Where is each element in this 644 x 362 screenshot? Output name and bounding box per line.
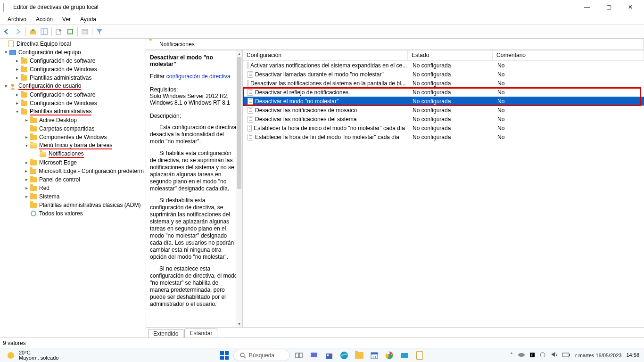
tree-pane[interactable]: Directiva Equipo local Configuración del… [0,39,146,337]
menu-accion[interactable]: Acción [31,15,58,24]
chat-button[interactable] [308,349,320,362]
export-button[interactable] [54,26,64,37]
notepad-button[interactable] [413,349,426,362]
onedrive-icon[interactable] [518,352,525,359]
scroll-down-icon[interactable]: ▼ [236,321,242,327]
menu-ayuda[interactable]: Ayuda [75,15,101,24]
tree-item[interactable]: Plantillas administrativas clásicas (ADM… [0,201,146,209]
tree-item[interactable]: Configuración de Windows [0,65,146,74]
tree-item[interactable]: Active Desktop [0,116,146,124]
tree-item[interactable]: Configuración de software [0,90,146,99]
start-button[interactable] [218,349,231,362]
policy-row[interactable]: Desactivar las notificaciones de mosaico… [243,106,644,115]
description-p1: Esta configuración de directiva desactiv… [150,124,239,145]
properties-button[interactable] [80,26,90,37]
back-button[interactable] [2,26,12,37]
svg-rect-0 [30,31,36,34]
weather-icon [6,350,16,361]
menu-ver[interactable]: Ver [58,15,75,24]
tree-item[interactable]: Configuración de software [0,57,146,65]
tab-estandar[interactable]: Estándar [184,329,217,337]
folder-icon [20,91,28,99]
tree-item[interactable]: Microsoft Edge [0,158,146,167]
volume-icon[interactable] [551,352,557,359]
filter-button[interactable] [94,26,105,37]
policy-state: No configurada [409,89,494,96]
edit-policy-link[interactable]: configuración de directiva [166,73,231,80]
show-hide-tree-button[interactable] [39,26,50,37]
tree-label: Componentes de Windows [39,134,107,140]
scrollbar[interactable]: ▲ ▼ [236,50,242,327]
folder-icon [20,108,28,115]
policy-row[interactable]: Desactivar las notificaciones del sistem… [243,115,644,123]
task-view-button[interactable] [293,349,305,362]
menu-archivo[interactable]: Archivo [3,15,31,24]
maximize-button[interactable]: ▢ [598,0,619,14]
tree-item[interactable]: Todos los valores [0,209,146,218]
tree-label: Configuración de software [30,91,95,98]
battery-icon[interactable] [562,352,570,359]
tree-item[interactable]: Plantillas administrativas [0,74,146,82]
svg-rect-21 [327,354,329,356]
network-icon[interactable] [539,352,546,359]
tree-item[interactable]: Microsoft Edge - Configuración predeterm [0,167,146,175]
tree-label: Todos los valores [39,210,83,217]
tree-label: Directiva Equipo local [17,41,71,47]
app-button[interactable] [398,349,411,362]
policy-row[interactable]: Desactivar las notificaciones del sistem… [243,79,644,88]
weather-widget[interactable]: 20°C Mayorm. soleado [0,350,64,361]
folder-icon [30,176,37,183]
tree-item[interactable]: Panel de control [0,175,146,184]
col-comentario[interactable]: Comentario [493,50,644,60]
tree-user-config[interactable]: Configuración de usuario [0,82,146,90]
col-estado[interactable]: Estado [408,50,493,60]
tray-chevron-icon[interactable]: ˄ [510,352,513,359]
close-button[interactable]: ✕ [619,0,641,14]
clock[interactable]: 14:58 [626,353,639,358]
edge-button[interactable] [338,349,350,362]
up-button[interactable] [28,26,38,37]
policy-row[interactable]: Desactivar el modo "no molestar"No confi… [243,97,644,106]
forward-button[interactable] [13,26,24,37]
minimize-button[interactable]: — [576,0,598,14]
calendar-button[interactable]: 31 [368,349,380,362]
window-title: Editor de directivas de grupo local [13,4,576,10]
requirements-label: Requisitos: [150,86,239,93]
svg-line-16 [244,356,246,358]
policy-name: Desactivar las notificaciones de mosaico [255,107,357,114]
explorer-button[interactable] [353,349,365,362]
scroll-thumb[interactable] [237,57,241,189]
tree-item[interactable]: Componentes de Windows [0,133,146,141]
tree-item[interactable]: Sistema [0,192,146,201]
refresh-button[interactable] [65,26,75,37]
folder-icon [20,99,28,107]
policy-comment: No [494,98,644,105]
tree-start-menu[interactable]: Menú Inicio y barra de tareas [0,141,146,150]
tree-root[interactable]: Directiva Equipo local [0,40,146,48]
policy-row[interactable]: Activar varias notificaciones del sistem… [243,61,644,70]
policy-row[interactable]: Desactivar llamadas durante el modo "no … [243,70,644,79]
store-button[interactable] [323,349,335,362]
language-indicator[interactable]: 🅰 [530,353,535,358]
tree-item[interactable]: Red [0,184,146,192]
col-configuracion[interactable]: Configuración [243,50,408,60]
policy-row[interactable]: Establecer la hora de fin del modo "no m… [243,132,644,141]
tree-notificaciones[interactable]: Notificaciones [0,150,146,158]
tree-admin-templates[interactable]: Plantillas administrativas [0,107,146,116]
policy-row[interactable]: Establecer la hora de inicio del modo "n… [243,123,644,132]
tree-item[interactable]: Carpetas compartidas [0,124,146,133]
tree-item[interactable]: Configuración de Windows [0,99,146,107]
tab-extendido[interactable]: Extendido [148,329,183,337]
tree-computer-config[interactable]: Configuración del equipo [0,48,146,57]
chrome-button[interactable] [383,349,396,362]
policy-name: Activar varias notificaciones del sistem… [250,62,407,69]
statusbar: 9 valores [0,337,644,348]
scroll-up-icon[interactable]: ▲ [236,50,242,57]
folder-icon [30,193,37,200]
date-text[interactable]: r martes 16/05/2023 [575,353,621,358]
policy-row[interactable]: Desactivar el reflejo de notificacionesN… [243,88,644,97]
folder-icon [30,201,37,209]
folder-open-icon [39,150,47,158]
policy-state: No configurada [409,125,494,132]
search-box[interactable]: Búsqueda [233,350,290,361]
